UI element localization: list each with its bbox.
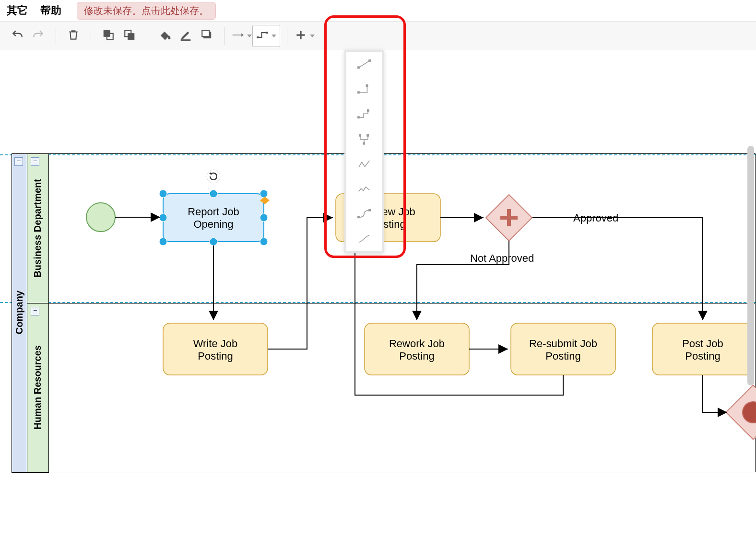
- conn-style-curved-smooth[interactable]: [346, 226, 382, 251]
- trash-icon: [67, 29, 80, 43]
- toolbar-separator: [224, 27, 224, 45]
- svg-rect-31: [357, 216, 359, 218]
- task-report[interactable]: [163, 194, 264, 242]
- end-gateway[interactable]: [726, 385, 756, 439]
- conn-style-jagged[interactable]: [346, 176, 382, 201]
- fill-bucket-icon: [158, 29, 171, 43]
- task-report-label: Report JobOpening: [188, 206, 239, 230]
- toolbar-separator: [147, 27, 147, 45]
- save-warning-button[interactable]: 修改未保存。点击此处保存。: [77, 2, 216, 20]
- to-back-button[interactable]: [119, 25, 140, 47]
- arrow-style-button[interactable]: [231, 25, 252, 47]
- canvas[interactable]: Company Business Department Human Resour…: [0, 50, 756, 537]
- delete-button[interactable]: [63, 25, 84, 47]
- svg-point-13: [159, 214, 167, 222]
- menu-other[interactable]: 其它: [7, 3, 28, 18]
- chevron-down-icon: [272, 35, 276, 37]
- chevron-down-icon: [247, 35, 252, 37]
- chevron-down-icon: [310, 35, 315, 37]
- svg-rect-28: [363, 142, 365, 144]
- pencil-icon: [179, 29, 192, 43]
- gateway-approve[interactable]: [486, 195, 532, 241]
- redo-icon: [32, 29, 45, 43]
- conn-style-zigzag[interactable]: [346, 152, 382, 176]
- toolbar-separator: [287, 27, 287, 45]
- arrow-icon: [232, 29, 244, 43]
- conn-style-curved[interactable]: [346, 201, 382, 226]
- svg-rect-6: [202, 30, 209, 36]
- svg-rect-24: [357, 92, 359, 93]
- rotate-handle-icon[interactable]: [207, 170, 220, 183]
- undo-button[interactable]: [7, 25, 28, 47]
- svg-rect-30: [367, 134, 369, 136]
- edges: [115, 217, 727, 412]
- svg-rect-32: [369, 209, 371, 211]
- toolbar-separator: [56, 27, 56, 45]
- svg-rect-8: [257, 36, 259, 38]
- task-write-label: Write JobPosting: [193, 338, 238, 362]
- edge-label-approved: Approved: [573, 212, 618, 224]
- connector-style-button[interactable]: [252, 25, 280, 47]
- send-back-icon: [123, 29, 136, 43]
- plus-icon: [295, 29, 307, 43]
- toolbar-separator: [91, 27, 91, 45]
- to-front-button[interactable]: [98, 25, 119, 47]
- svg-rect-9: [266, 32, 268, 34]
- conn-style-orthogonal[interactable]: [346, 77, 382, 102]
- undo-icon: [11, 29, 24, 43]
- menu-help[interactable]: 帮助: [40, 3, 61, 18]
- svg-rect-22: [357, 67, 359, 69]
- task-post-label: Post JobPosting: [682, 338, 723, 362]
- svg-point-11: [210, 190, 217, 198]
- svg-rect-3: [128, 34, 134, 40]
- svg-rect-4: [181, 40, 190, 41]
- bring-front-icon: [102, 29, 115, 43]
- svg-point-10: [159, 190, 167, 198]
- connector-style-popup: [344, 50, 384, 253]
- svg-point-12: [260, 190, 268, 198]
- shadow-icon: [201, 29, 213, 43]
- svg-rect-27: [367, 109, 369, 111]
- line-color-button[interactable]: [175, 25, 196, 47]
- svg-rect-29: [359, 134, 361, 136]
- svg-point-15: [159, 238, 167, 245]
- svg-point-14: [260, 214, 268, 222]
- conn-style-orth-routed[interactable]: [346, 102, 382, 127]
- start-event[interactable]: [86, 203, 115, 232]
- edge-label-not-approved: Not Approved: [470, 252, 534, 264]
- conn-style-straight[interactable]: [346, 52, 382, 77]
- conn-style-tree[interactable]: [346, 127, 382, 152]
- svg-point-18: [207, 170, 220, 183]
- connector-icon: [256, 29, 269, 43]
- shadow-button[interactable]: [196, 25, 217, 47]
- fill-color-button[interactable]: [154, 25, 175, 47]
- svg-rect-25: [366, 84, 368, 86]
- svg-point-17: [260, 238, 268, 245]
- add-element-button[interactable]: [294, 25, 315, 47]
- svg-rect-23: [369, 59, 371, 61]
- vertical-scrollbar[interactable]: [747, 146, 754, 385]
- svg-point-16: [210, 238, 217, 245]
- svg-rect-26: [357, 117, 359, 118]
- redo-button[interactable]: [28, 25, 49, 47]
